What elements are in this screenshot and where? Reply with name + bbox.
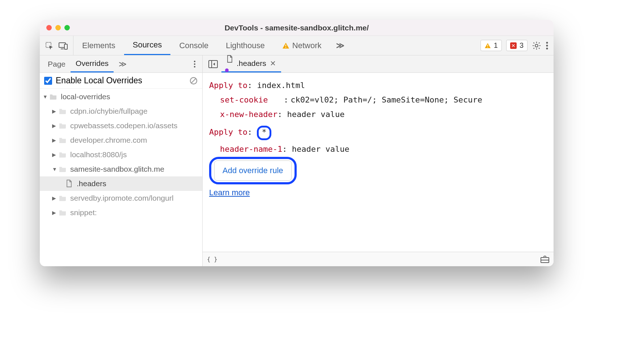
header-name[interactable]: set-cookie xyxy=(220,94,281,106)
add-override-rule-button[interactable]: Add override rule xyxy=(214,160,292,181)
svg-rect-7 xyxy=(487,47,488,47)
devtools-window: DevTools - samesite-sandbox.glitch.me/ E… xyxy=(40,20,554,266)
svg-line-16 xyxy=(191,79,196,83)
modified-indicator-icon xyxy=(225,68,229,72)
tree-folder[interactable]: ▶cdpn.io/chybie/fullpage xyxy=(40,104,202,118)
tree-label: local-overrides xyxy=(61,92,110,101)
pretty-print-icon[interactable]: { } xyxy=(207,256,217,263)
tree-label: snippet: xyxy=(70,208,97,217)
apply-to-target[interactable]: * xyxy=(262,127,266,137)
navigator-tabs: Page Overrides ≫ xyxy=(40,55,202,73)
folder-icon xyxy=(49,93,59,100)
svg-rect-6 xyxy=(487,45,488,46)
tab-network[interactable]: Network xyxy=(274,36,330,55)
learn-more-link[interactable]: Learn more xyxy=(209,188,250,197)
tab-sources[interactable]: Sources xyxy=(124,36,171,55)
navtab-overrides[interactable]: Overrides xyxy=(71,55,114,72)
more-menu-icon[interactable] xyxy=(546,41,548,50)
arrow-right-icon: ▶ xyxy=(52,210,59,216)
tab-elements[interactable]: Elements xyxy=(73,36,124,55)
warning-icon xyxy=(282,42,289,49)
warning-count: 1 xyxy=(494,41,498,50)
close-window-button[interactable] xyxy=(46,25,52,30)
error-icon: ✕ xyxy=(510,42,517,49)
editor-tabs: .headers ✕ xyxy=(203,55,554,73)
navtab-label: Overrides xyxy=(76,59,109,68)
tree-label: .headers xyxy=(77,179,106,188)
navtab-page[interactable]: Page xyxy=(43,55,71,72)
arrow-right-icon: ▶ xyxy=(52,195,59,201)
main-toolbar: Elements Sources Console Lighthouse Netw… xyxy=(40,36,554,55)
header-value[interactable]: header value xyxy=(287,110,344,119)
svg-point-13 xyxy=(194,63,195,64)
tree-label: samesite-sandbox.glitch.me xyxy=(70,165,164,174)
more-tabs-button[interactable]: ≫ xyxy=(330,41,350,50)
close-tab-icon[interactable]: ✕ xyxy=(270,59,276,68)
show-drawer-icon[interactable] xyxy=(541,256,549,263)
svg-point-11 xyxy=(546,47,548,49)
window-titlebar: DevTools - samesite-sandbox.glitch.me/ xyxy=(40,20,554,36)
clear-overrides-icon[interactable] xyxy=(189,76,198,85)
enable-overrides-row: Enable Local Overrides xyxy=(40,73,202,89)
overrides-tree: ▼ local-overrides ▶cdpn.io/chybie/fullpa… xyxy=(40,89,202,266)
arrow-down-icon: ▼ xyxy=(52,166,59,172)
folder-icon xyxy=(59,122,68,129)
error-count: 3 xyxy=(520,41,524,50)
editor-tab-headers[interactable]: .headers ✕ xyxy=(221,55,281,72)
tree-file-selected[interactable]: .headers xyxy=(40,176,202,191)
header-value[interactable]: ck02=vl02; Path=/; SameSite=None; Secure xyxy=(291,94,551,106)
tab-lighthouse[interactable]: Lighthouse xyxy=(217,36,274,55)
warnings-badge[interactable]: 1 xyxy=(480,40,502,51)
apply-to-target[interactable]: index.html xyxy=(257,81,305,90)
svg-point-14 xyxy=(194,66,195,67)
device-toggle-icon[interactable] xyxy=(59,42,68,50)
tree-label: developer.chrome.com xyxy=(70,136,147,145)
folder-icon xyxy=(59,137,68,143)
enable-overrides-checkbox[interactable] xyxy=(44,77,52,85)
tree-folder[interactable]: ▶localhost:8080/js xyxy=(40,147,202,162)
navtab-more[interactable]: ≫ xyxy=(114,55,132,72)
enable-overrides-label: Enable Local Overrides xyxy=(56,76,142,85)
tree-label: localhost:8080/js xyxy=(70,150,127,159)
tree-folder[interactable]: ▶cpwebassets.codepen.io/assets xyxy=(40,118,202,133)
tree-folder[interactable]: ▶snippet: xyxy=(40,205,202,220)
toggle-navigator-icon[interactable] xyxy=(205,60,221,68)
editor-content[interactable]: Apply to: index.html set-cookie : ck02=v… xyxy=(203,73,554,252)
tab-label: Network xyxy=(292,41,322,50)
tree-root[interactable]: ▼ local-overrides xyxy=(40,89,202,104)
folder-icon xyxy=(59,166,68,172)
body-split: Page Overrides ≫ Enable Local Overrides … xyxy=(40,55,554,266)
fullscreen-window-button[interactable] xyxy=(64,25,70,30)
tree-folder-expanded[interactable]: ▼samesite-sandbox.glitch.me xyxy=(40,162,202,176)
minimize-window-button[interactable] xyxy=(55,25,61,30)
tree-label: cdpn.io/chybie/fullpage xyxy=(70,107,148,116)
arrow-down-icon: ▼ xyxy=(43,94,49,100)
file-icon xyxy=(66,180,74,188)
header-value[interactable]: header value xyxy=(292,145,349,154)
apply-to-keyword: Apply to xyxy=(209,127,247,137)
tab-console[interactable]: Console xyxy=(170,36,217,55)
svg-rect-3 xyxy=(64,44,67,49)
tab-label: Console xyxy=(179,41,208,50)
folder-icon xyxy=(59,209,68,216)
settings-icon[interactable] xyxy=(532,41,541,50)
svg-rect-4 xyxy=(285,45,286,46)
tree-folder[interactable]: ▶developer.chrome.com xyxy=(40,133,202,147)
apply-to-keyword: Apply to xyxy=(209,81,247,90)
inspect-icon[interactable] xyxy=(45,41,54,50)
header-name[interactable]: x-new-header xyxy=(220,110,277,119)
header-name[interactable]: header-name-1 xyxy=(220,145,282,154)
svg-point-12 xyxy=(194,60,195,62)
highlight-add-rule: Add override rule xyxy=(209,157,297,184)
svg-point-8 xyxy=(535,44,538,47)
errors-badge[interactable]: ✕ 3 xyxy=(506,40,528,51)
tab-label: Lighthouse xyxy=(226,41,265,50)
svg-point-10 xyxy=(546,45,548,46)
navigator-more-icon[interactable] xyxy=(190,60,199,68)
traffic-lights xyxy=(46,25,70,30)
folder-icon xyxy=(59,151,68,158)
file-icon xyxy=(226,55,233,72)
highlight-wildcard: * xyxy=(257,126,271,140)
tree-folder[interactable]: ▶servedby.ipromote.com/longurl xyxy=(40,191,202,205)
editor-panel: .headers ✕ Apply to: index.html set-cook… xyxy=(203,55,554,266)
